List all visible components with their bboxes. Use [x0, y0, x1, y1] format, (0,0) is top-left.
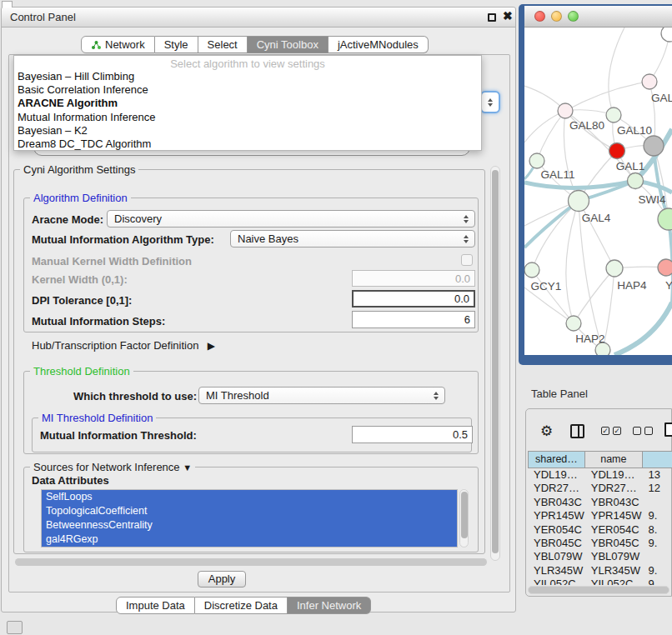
manual-kernel-width-label: Manual Kernel Width Definition — [32, 255, 192, 268]
mi-threshold-field[interactable]: 0.5 — [352, 426, 473, 443]
table-row[interactable]: YDR27…YDR27…12 — [528, 482, 672, 495]
float-window-icon[interactable] — [488, 13, 496, 22]
network-node[interactable] — [642, 74, 657, 89]
dropdown-item-bayesian-k2[interactable]: Bayesian – K2 — [14, 124, 481, 138]
manual-kernel-width-checkbox[interactable] — [461, 254, 473, 266]
close-traffic-light-icon[interactable] — [534, 11, 545, 22]
mi-algorithm-type-label: Mutual Information Algorithm Type: — [32, 233, 214, 246]
network-window[interactable]: GAL GAL80 GAL10 GAL1 GAL11 SWI4 GAL4 GCY… — [519, 4, 672, 365]
tab-cyni-toolbox[interactable]: Cyni Toolbox — [248, 36, 328, 53]
dropdown-item-mutual-information[interactable]: Mutual Information Inference — [14, 111, 481, 124]
hub-definition-toggle[interactable]: Hub/Transcription Factor Definition ▶ — [32, 338, 215, 352]
settings-vertical-scrollbar[interactable] — [490, 166, 500, 561]
table-row[interactable]: YPR145WYPR145W9. — [528, 509, 672, 522]
table-row[interactable]: YLR345WYLR345W9. — [528, 564, 672, 578]
unchecked-checkbox-icon[interactable] — [633, 427, 641, 435]
table-row[interactable]: YBL079WYBL079W — [528, 550, 672, 563]
network-node[interactable] — [569, 191, 589, 212]
document-icon[interactable] — [664, 422, 672, 437]
network-canvas[interactable]: GAL GAL80 GAL10 GAL1 GAL11 SWI4 GAL4 GCY… — [524, 28, 672, 355]
mi-steps-field[interactable]: 6 — [352, 311, 475, 328]
table-row[interactable]: YER054CYER054C8. — [528, 523, 672, 537]
control-panel-titlebar[interactable]: Control Panel ✖ — [2, 8, 515, 28]
dropdown-item-aracne[interactable]: ARACNE Algorithm — [14, 97, 481, 110]
kernel-width-label: Kernel Width (0,1): — [32, 273, 128, 286]
kernel-width-field[interactable]: 0.0 — [352, 270, 475, 287]
tab-jactivemnodules[interactable]: jActiveMNodules — [328, 36, 429, 53]
list-item[interactable]: SelfLoops — [42, 490, 457, 504]
control-panel: Control Panel ✖ Network Style Select Cyn… — [1, 7, 516, 612]
column-header-shared-name[interactable]: shared… — [528, 451, 585, 468]
dpi-tolerance-label: DPI Tolerance [0,1]: — [32, 294, 132, 307]
algorithm-definition-title: Algorithm Definition — [30, 192, 131, 204]
network-node-selected[interactable] — [609, 143, 625, 159]
network-node[interactable] — [644, 136, 664, 156]
mi-algorithm-type-combo[interactable]: Naive Bayes — [230, 230, 475, 248]
network-node[interactable] — [658, 208, 672, 230]
gear-icon[interactable]: ⚙ — [540, 424, 553, 438]
collapsed-arrow-icon: ▶ — [208, 340, 215, 352]
minimized-panel-icon[interactable] — [7, 621, 23, 634]
network-node[interactable] — [558, 103, 573, 118]
tab-network-label: Network — [105, 38, 145, 51]
list-item[interactable]: BetweennessCentrality — [42, 518, 457, 532]
minimize-traffic-light-icon[interactable] — [551, 11, 562, 22]
dropdown-prompt: Select algorithm to view settings — [14, 56, 481, 70]
table-panel-title: Table Panel — [531, 388, 588, 400]
tab-select[interactable]: Select — [198, 36, 248, 53]
table-row[interactable]: YBR045CYBR045C9. — [528, 537, 672, 550]
network-node[interactable] — [661, 28, 672, 42]
settings-horizontal-scrollbar[interactable] — [15, 558, 487, 566]
node-label: Y — [665, 279, 672, 292]
sources-title[interactable]: Sources for Network Inference ▼ — [30, 461, 195, 473]
network-node[interactable] — [566, 316, 581, 331]
expanded-arrow-icon: ▼ — [183, 462, 192, 472]
list-item[interactable]: TopologicalCoefficient — [42, 504, 457, 518]
table-row[interactable]: YDL19…YDL19…13 — [528, 468, 672, 482]
aracne-mode-combo[interactable]: Discovery — [107, 210, 475, 228]
tab-style[interactable]: Style — [155, 36, 198, 53]
network-node[interactable] — [606, 260, 623, 277]
which-threshold-combo[interactable]: MI Threshold — [198, 387, 445, 404]
tab-impute-data[interactable]: Impute Data — [116, 597, 195, 614]
scrollbar-thumb[interactable] — [492, 170, 499, 553]
tab-infer-network[interactable]: Infer Network — [288, 597, 371, 614]
tab-discretize-data[interactable]: Discretize Data — [195, 597, 288, 614]
network-window-titlebar[interactable] — [524, 6, 672, 28]
node-label: HAP2 — [575, 332, 604, 345]
dropdown-item-basic-correlation[interactable]: Basic Correlation Inference — [14, 83, 481, 97]
inference-algorithm-combo-fragment[interactable] — [480, 91, 500, 113]
dropdown-item-dream8[interactable]: Dream8 DC_TDC Algorithm — [14, 138, 481, 151]
network-node[interactable] — [524, 262, 539, 278]
tab-network[interactable]: Network — [81, 36, 155, 53]
table-row[interactable]: YBR043CYBR043C — [528, 496, 672, 509]
checked-checkbox-icon[interactable]: ✓ — [601, 427, 609, 435]
node-label: SWI4 — [638, 193, 665, 206]
checked-checkbox-icon[interactable]: ✓ — [613, 427, 621, 435]
table-row[interactable]: YIL052CYIL052C9 — [528, 578, 672, 585]
aracne-mode-label: Aracne Mode: — [32, 213, 103, 226]
network-graph: GAL GAL80 GAL10 GAL1 GAL11 SWI4 GAL4 GCY… — [524, 28, 672, 355]
dpi-tolerance-field[interactable]: 0.0 — [352, 290, 475, 308]
network-node[interactable] — [658, 259, 672, 276]
scrollbar-thumb[interactable] — [461, 492, 468, 538]
table-horizontal-scrollbar[interactable] — [528, 586, 669, 594]
zoom-traffic-light-icon[interactable] — [568, 11, 579, 22]
unchecked-checkbox-icon[interactable] — [644, 427, 653, 435]
data-attributes-list[interactable]: SelfLoops TopologicalCoefficient Between… — [41, 489, 458, 548]
network-node[interactable] — [606, 108, 621, 122]
network-node[interactable] — [529, 153, 544, 168]
close-icon[interactable]: ✖ — [503, 9, 513, 22]
apply-button[interactable]: Apply — [198, 571, 246, 588]
columns-icon[interactable] — [570, 424, 584, 438]
dropdown-item-bayesian-hill-climbing[interactable]: Bayesian – Hill Climbing — [14, 70, 481, 83]
network-nodes — [524, 28, 672, 355]
panel-title: Control Panel — [10, 11, 76, 23]
network-node[interactable] — [628, 173, 644, 189]
attributes-list-scrollbar[interactable] — [459, 489, 469, 548]
table-header-row: shared… name — [528, 451, 672, 468]
column-header-name[interactable]: name — [585, 451, 643, 468]
column-header-partial[interactable] — [643, 451, 672, 468]
panel-notch — [2, 1, 13, 8]
list-item[interactable]: gal4RGexp — [42, 532, 457, 547]
